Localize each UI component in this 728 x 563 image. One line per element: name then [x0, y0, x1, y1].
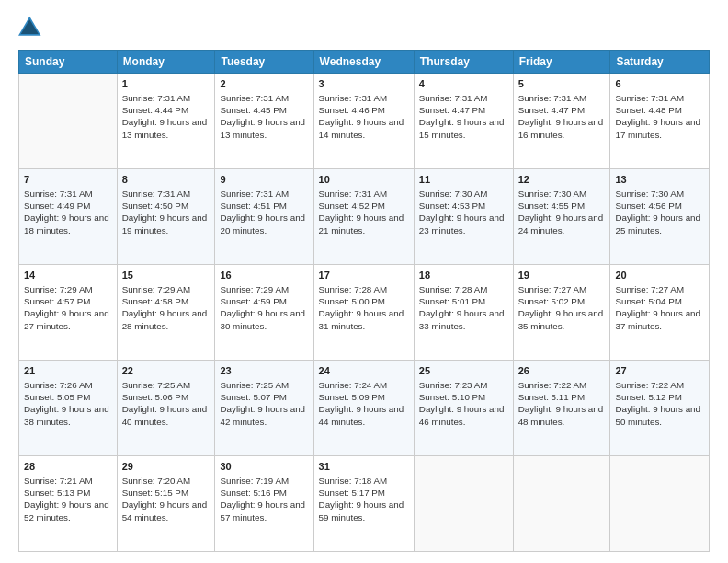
calendar-cell: 6Sunrise: 7:31 AMSunset: 4:48 PMDaylight… [610, 74, 710, 169]
calendar-cell: 13Sunrise: 7:30 AMSunset: 4:56 PMDayligh… [610, 169, 710, 265]
day-info: Sunrise: 7:31 AMSunset: 4:45 PMDaylight:… [220, 92, 308, 141]
day-info: Sunrise: 7:31 AMSunset: 4:44 PMDaylight:… [122, 92, 210, 141]
day-number: 31 [319, 460, 409, 474]
page: SundayMondayTuesdayWednesdayThursdayFrid… [0, 0, 728, 563]
calendar-cell: 27Sunrise: 7:22 AMSunset: 5:12 PMDayligh… [610, 361, 710, 456]
calendar-cell: 3Sunrise: 7:31 AMSunset: 4:46 PMDaylight… [313, 74, 414, 169]
calendar-cell [513, 456, 610, 552]
day-number: 1 [122, 77, 210, 91]
day-number: 7 [24, 173, 112, 187]
day-number: 30 [220, 460, 308, 474]
calendar-cell: 24Sunrise: 7:24 AMSunset: 5:09 PMDayligh… [313, 361, 414, 456]
day-info: Sunrise: 7:28 AMSunset: 5:00 PMDaylight:… [319, 283, 409, 332]
logo-icon [18, 15, 44, 40]
day-info: Sunrise: 7:30 AMSunset: 4:55 PMDaylight:… [518, 188, 606, 236]
day-info: Sunrise: 7:29 AMSunset: 4:59 PMDaylight:… [220, 283, 308, 332]
day-number: 2 [220, 77, 308, 91]
calendar-cell: 1Sunrise: 7:31 AMSunset: 4:44 PMDaylight… [117, 74, 215, 169]
day-number: 15 [122, 269, 210, 282]
calendar-cell: 15Sunrise: 7:29 AMSunset: 4:58 PMDayligh… [117, 265, 215, 361]
day-info: Sunrise: 7:31 AMSunset: 4:52 PMDaylight:… [319, 188, 409, 236]
day-number: 4 [419, 77, 508, 91]
day-info: Sunrise: 7:29 AMSunset: 4:57 PMDaylight:… [24, 283, 112, 332]
day-header-wednesday: Wednesday [313, 51, 414, 74]
calendar-cell: 10Sunrise: 7:31 AMSunset: 4:52 PMDayligh… [313, 169, 414, 265]
day-info: Sunrise: 7:26 AMSunset: 5:05 PMDaylight:… [24, 379, 112, 428]
day-info: Sunrise: 7:19 AMSunset: 5:16 PMDaylight:… [220, 475, 308, 523]
day-number: 9 [220, 173, 308, 187]
day-number: 11 [419, 173, 508, 187]
day-info: Sunrise: 7:25 AMSunset: 5:07 PMDaylight:… [220, 379, 308, 428]
calendar-table: SundayMondayTuesdayWednesdayThursdayFrid… [18, 50, 710, 552]
day-number: 21 [24, 364, 112, 378]
day-info: Sunrise: 7:29 AMSunset: 4:58 PMDaylight:… [122, 283, 210, 332]
calendar-cell [610, 456, 710, 552]
day-number: 25 [419, 364, 508, 378]
day-header-tuesday: Tuesday [215, 51, 313, 74]
day-info: Sunrise: 7:27 AMSunset: 5:02 PMDaylight:… [518, 283, 606, 332]
day-number: 16 [220, 269, 308, 282]
day-info: Sunrise: 7:31 AMSunset: 4:47 PMDaylight:… [419, 92, 508, 141]
day-number: 12 [518, 173, 606, 187]
day-number: 19 [518, 269, 606, 282]
day-number: 22 [122, 364, 210, 378]
calendar-cell: 21Sunrise: 7:26 AMSunset: 5:05 PMDayligh… [19, 361, 118, 456]
day-info: Sunrise: 7:22 AMSunset: 5:11 PMDaylight:… [518, 379, 606, 428]
day-number: 20 [615, 269, 704, 282]
logo [18, 15, 48, 40]
day-info: Sunrise: 7:31 AMSunset: 4:47 PMDaylight:… [518, 92, 606, 141]
calendar-cell: 11Sunrise: 7:30 AMSunset: 4:53 PMDayligh… [414, 169, 513, 265]
calendar-week-2: 7Sunrise: 7:31 AMSunset: 4:49 PMDaylight… [19, 169, 710, 265]
calendar-header-row: SundayMondayTuesdayWednesdayThursdayFrid… [19, 51, 710, 74]
calendar-cell: 8Sunrise: 7:31 AMSunset: 4:50 PMDaylight… [117, 169, 215, 265]
day-info: Sunrise: 7:20 AMSunset: 5:15 PMDaylight:… [122, 475, 210, 523]
day-info: Sunrise: 7:31 AMSunset: 4:49 PMDaylight:… [24, 188, 112, 236]
calendar-cell: 28Sunrise: 7:21 AMSunset: 5:13 PMDayligh… [19, 456, 118, 552]
calendar-week-4: 21Sunrise: 7:26 AMSunset: 5:05 PMDayligh… [19, 361, 710, 456]
calendar-cell: 29Sunrise: 7:20 AMSunset: 5:15 PMDayligh… [117, 456, 215, 552]
day-info: Sunrise: 7:28 AMSunset: 5:01 PMDaylight:… [419, 283, 508, 332]
calendar-week-1: 1Sunrise: 7:31 AMSunset: 4:44 PMDaylight… [19, 74, 710, 169]
day-number: 29 [122, 460, 210, 474]
day-number: 13 [615, 173, 704, 187]
day-info: Sunrise: 7:23 AMSunset: 5:10 PMDaylight:… [419, 379, 508, 428]
day-number: 10 [319, 173, 409, 187]
day-info: Sunrise: 7:21 AMSunset: 5:13 PMDaylight:… [24, 475, 112, 523]
calendar-cell: 17Sunrise: 7:28 AMSunset: 5:00 PMDayligh… [313, 265, 414, 361]
day-info: Sunrise: 7:31 AMSunset: 4:51 PMDaylight:… [220, 188, 308, 236]
day-number: 28 [24, 460, 112, 474]
header [18, 15, 710, 40]
day-header-sunday: Sunday [19, 51, 118, 74]
day-info: Sunrise: 7:31 AMSunset: 4:46 PMDaylight:… [319, 92, 409, 141]
calendar-cell: 30Sunrise: 7:19 AMSunset: 5:16 PMDayligh… [215, 456, 313, 552]
calendar-cell: 19Sunrise: 7:27 AMSunset: 5:02 PMDayligh… [513, 265, 610, 361]
calendar-cell: 20Sunrise: 7:27 AMSunset: 5:04 PMDayligh… [610, 265, 710, 361]
day-header-monday: Monday [117, 51, 215, 74]
day-header-friday: Friday [513, 51, 610, 74]
calendar-cell [414, 456, 513, 552]
day-info: Sunrise: 7:24 AMSunset: 5:09 PMDaylight:… [319, 379, 409, 428]
calendar-cell: 16Sunrise: 7:29 AMSunset: 4:59 PMDayligh… [215, 265, 313, 361]
day-number: 18 [419, 269, 508, 282]
day-number: 14 [24, 269, 112, 282]
calendar-cell: 23Sunrise: 7:25 AMSunset: 5:07 PMDayligh… [215, 361, 313, 456]
day-number: 17 [319, 269, 409, 282]
calendar-cell: 5Sunrise: 7:31 AMSunset: 4:47 PMDaylight… [513, 74, 610, 169]
day-info: Sunrise: 7:25 AMSunset: 5:06 PMDaylight:… [122, 379, 210, 428]
svg-marker-2 [21, 19, 39, 34]
calendar-cell: 26Sunrise: 7:22 AMSunset: 5:11 PMDayligh… [513, 361, 610, 456]
day-info: Sunrise: 7:27 AMSunset: 5:04 PMDaylight:… [615, 283, 704, 332]
day-header-thursday: Thursday [414, 51, 513, 74]
calendar-cell: 18Sunrise: 7:28 AMSunset: 5:01 PMDayligh… [414, 265, 513, 361]
day-number: 5 [518, 77, 606, 91]
day-number: 23 [220, 364, 308, 378]
calendar-cell: 31Sunrise: 7:18 AMSunset: 5:17 PMDayligh… [313, 456, 414, 552]
day-number: 26 [518, 364, 606, 378]
calendar-week-5: 28Sunrise: 7:21 AMSunset: 5:13 PMDayligh… [19, 456, 710, 552]
day-info: Sunrise: 7:30 AMSunset: 4:56 PMDaylight:… [615, 188, 704, 236]
calendar-cell [19, 74, 118, 169]
day-info: Sunrise: 7:31 AMSunset: 4:48 PMDaylight:… [615, 92, 704, 141]
day-info: Sunrise: 7:18 AMSunset: 5:17 PMDaylight:… [319, 475, 409, 523]
calendar-cell: 14Sunrise: 7:29 AMSunset: 4:57 PMDayligh… [19, 265, 118, 361]
day-number: 8 [122, 173, 210, 187]
